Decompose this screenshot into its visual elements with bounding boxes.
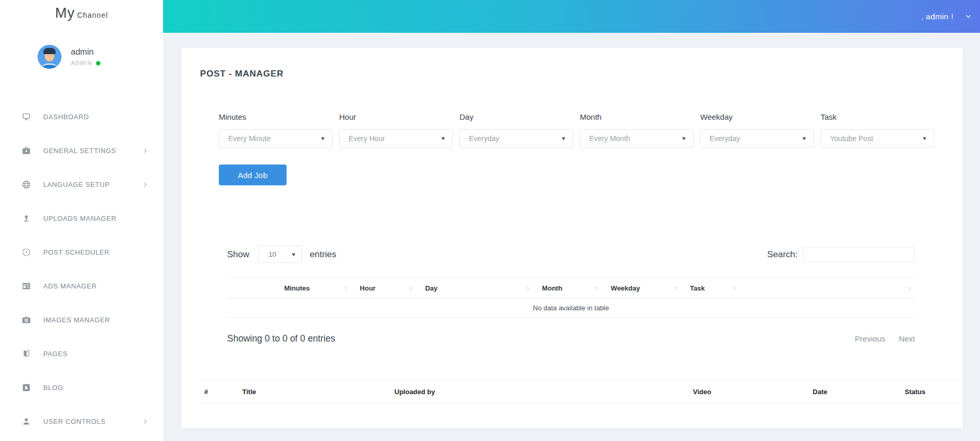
day-select[interactable]: Everyday ▼	[460, 129, 573, 148]
page-title: POST - MANAGER	[200, 69, 963, 79]
dashboard-icon	[21, 112, 31, 122]
column-header-video: Video	[634, 380, 771, 404]
sidebar-item-label: IMAGES MANAGER	[43, 316, 148, 324]
page-length-control: Show 10 ▼ entries	[227, 246, 337, 263]
jobs-table: Minutes↑↓ Hour↑↓ Day↑↓ Month↑↓ Weekday↑↓…	[227, 278, 915, 318]
field-weekday: Weekday Everyday ▼	[700, 112, 814, 148]
chevron-right-icon	[142, 181, 148, 188]
field-label: Hour	[339, 112, 453, 121]
camera-icon	[21, 315, 31, 325]
search-input[interactable]	[803, 247, 915, 262]
sidebar-item-label: DASHBOARD	[43, 113, 148, 121]
sidebar-item-label: UPLOADS MANAGER	[43, 215, 148, 222]
app-logo: My Channel	[0, 0, 163, 26]
column-header-hour[interactable]: Hour↑↓	[351, 278, 416, 298]
hour-select[interactable]: Every Hour ▼	[339, 129, 453, 148]
top-bar: , admin !	[163, 0, 980, 33]
column-label: Hour	[360, 284, 376, 292]
timer-icon	[21, 247, 31, 257]
sort-icon: ↑↓	[908, 285, 911, 291]
sidebar-item-general-settings[interactable]: GENERAL SETTINGS	[0, 134, 163, 168]
sidebar-item-label: LANGUAGE SETUP	[43, 181, 142, 188]
videos-table: # Title Uploaded by Video Date Status	[200, 380, 961, 404]
logo-text-primary: My	[55, 5, 75, 21]
sidebar-item-dashboard[interactable]: DASHBOARD	[0, 100, 163, 134]
upload-icon	[21, 213, 31, 223]
select-value: Every Minute	[228, 134, 271, 143]
column-header-month[interactable]: Month↑↓	[533, 278, 602, 298]
sidebar-item-label: BLOG	[43, 384, 148, 392]
briefcase-download-icon	[21, 146, 31, 156]
main-content: POST - MANAGER Minutes Every Minute ▼ Ho…	[163, 33, 980, 441]
select-value: Everyday	[469, 134, 499, 143]
sidebar-item-post-scheduler[interactable]: POST SCHEDULER	[0, 235, 163, 269]
caret-down-icon: ▼	[801, 136, 807, 141]
column-header-uploaded-by: Uploaded by	[390, 380, 634, 404]
column-header-date: Date	[771, 380, 870, 404]
column-header-task[interactable]: Task↑↓	[681, 278, 739, 298]
column-header-day[interactable]: Day↑↓	[416, 278, 533, 298]
sidebar-item-user-controls[interactable]: USER CONTROLS	[0, 405, 163, 438]
field-task: Task Youtube Post ▼	[821, 112, 934, 148]
post-manager-card: POST - MANAGER Minutes Every Minute ▼ Ho…	[181, 48, 963, 428]
user-dropdown-toggle[interactable]: , admin !	[921, 12, 972, 21]
caret-down-icon: ▼	[320, 136, 326, 141]
column-label: Minutes	[284, 284, 309, 292]
column-label: Day	[425, 284, 438, 292]
sidebar-item-pages[interactable]: PAGES	[0, 337, 163, 371]
select-value: Every Month	[589, 134, 630, 143]
sidebar-item-ads-manager[interactable]: ADS MANAGER	[0, 269, 163, 303]
online-status-icon	[96, 61, 101, 66]
avatar	[38, 45, 61, 69]
empty-table-message: No data available in table	[227, 298, 915, 318]
caret-down-icon: ▼	[922, 136, 927, 141]
column-label: Month	[542, 284, 562, 292]
caret-down-icon: ▼	[681, 136, 687, 141]
field-hour: Hour Every Hour ▼	[339, 112, 453, 148]
scheduler-form: Minutes Every Minute ▼ Hour Every Hour ▼…	[219, 112, 963, 148]
sidebar-item-language-setup[interactable]: LANGUAGE SETUP	[0, 168, 163, 201]
minutes-select[interactable]: Every Minute ▼	[219, 129, 332, 148]
chevron-right-icon	[142, 418, 148, 425]
task-select[interactable]: Youtube Post ▼	[821, 129, 934, 148]
column-label: Weekday	[611, 284, 640, 292]
search-label: Search:	[767, 249, 798, 260]
chevron-down-icon	[965, 13, 972, 20]
sort-icon: ↑↓	[594, 285, 598, 291]
previous-page-button[interactable]: Previous	[855, 334, 885, 343]
sidebar-item-label: POST SCHEDULER	[43, 248, 148, 256]
next-page-button[interactable]: Next	[899, 334, 915, 343]
page-length-value: 10	[269, 250, 276, 258]
month-select[interactable]: Every Month ▼	[580, 129, 693, 148]
sidebar-item-uploads-manager[interactable]: UPLOADS MANAGER	[0, 201, 163, 235]
column-header-number: #	[200, 380, 238, 404]
page-length-select[interactable]: 10 ▼	[258, 246, 302, 263]
caret-down-icon: ▼	[440, 136, 446, 141]
add-job-button[interactable]: Add Job	[219, 165, 287, 185]
sidebar-item-blog[interactable]: BLOG	[0, 371, 163, 405]
column-header-actions[interactable]: ↑↓	[739, 278, 915, 298]
select-value: Everyday	[710, 134, 740, 143]
globe-icon	[21, 180, 31, 190]
sidebar-nav: DASHBOARD GENERAL SETTINGS LANGUAGE SETU…	[0, 100, 163, 438]
table-row: No data available in table	[227, 298, 915, 318]
field-label: Task	[821, 112, 934, 121]
entries-label: entries	[310, 249, 337, 260]
user-greeting: , admin !	[921, 12, 953, 21]
column-header-minutes[interactable]: Minutes↑↓	[275, 278, 351, 298]
ads-grid-icon	[21, 281, 31, 291]
user-profile: admin ADMIN	[38, 45, 163, 69]
column-header-weekday[interactable]: Weekday↑↓	[602, 278, 681, 298]
field-label: Day	[460, 112, 573, 121]
weekday-select[interactable]: Everyday ▼	[700, 129, 814, 148]
profile-role: ADMIN	[71, 60, 92, 66]
show-label: Show	[227, 249, 250, 260]
field-label: Weekday	[700, 112, 814, 121]
sidebar-item-images-manager[interactable]: IMAGES MANAGER	[0, 303, 163, 337]
column-header-select[interactable]	[227, 278, 275, 298]
field-label: Minutes	[219, 112, 332, 121]
field-label: Month	[580, 112, 693, 121]
field-minutes: Minutes Every Minute ▼	[219, 112, 332, 148]
select-value: Youtube Post	[830, 134, 873, 143]
jobs-datatable: Show 10 ▼ entries Search:	[227, 246, 915, 344]
